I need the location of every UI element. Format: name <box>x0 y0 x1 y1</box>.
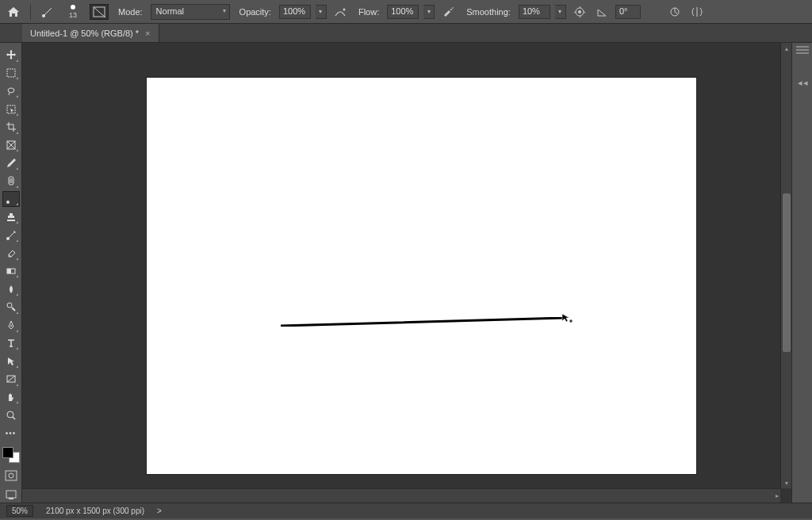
frame-tool[interactable] <box>2 137 20 154</box>
scroll-up-icon[interactable]: ▴ <box>781 43 791 54</box>
tab-close-icon[interactable]: × <box>145 29 150 38</box>
flow-input[interactable]: 100% <box>387 5 419 19</box>
clone-stamp-tool[interactable] <box>2 208 20 225</box>
svg-point-0 <box>42 14 45 17</box>
foreground-color-swatch[interactable] <box>2 447 13 458</box>
svg-point-3 <box>450 9 452 10</box>
path-selection-tool[interactable] <box>2 353 20 369</box>
brush-dot-icon <box>71 5 75 10</box>
brush-preset-size[interactable]: 13 <box>61 5 85 19</box>
history-brush-tool[interactable] <box>2 227 20 243</box>
svg-point-12 <box>6 201 10 204</box>
crop-tool[interactable] <box>2 119 20 136</box>
blur-tool[interactable] <box>2 281 20 297</box>
svg-point-17 <box>10 325 12 327</box>
svg-rect-22 <box>6 491 16 498</box>
mode-label: Mode: <box>118 7 143 17</box>
tab-title: Untitled-1 @ 50% (RGB/8) * <box>30 29 139 38</box>
collapsed-panels[interactable]: ◂◂ <box>791 43 812 503</box>
brush-panel-toggle[interactable] <box>90 4 109 20</box>
opacity-input[interactable]: 100% <box>279 5 311 19</box>
flow-dropdown[interactable]: ▾ <box>423 5 435 19</box>
svg-point-13 <box>6 237 10 240</box>
tools-panel: ••• <box>0 43 22 503</box>
smoothing-label: Smoothing: <box>466 7 511 17</box>
separator <box>30 4 31 20</box>
lasso-tool[interactable] <box>2 82 20 99</box>
doc-dimensions[interactable]: 2100 px x 1500 px (300 ppi) <box>46 507 144 515</box>
mode-value: Normal <box>156 6 184 16</box>
blend-mode-select[interactable]: Normal ▾ <box>151 4 230 20</box>
opacity-dropdown[interactable]: ▾ <box>316 5 327 19</box>
airbrush-icon[interactable] <box>439 3 457 21</box>
dodge-tool[interactable] <box>2 299 20 315</box>
opacity-label: Opacity: <box>239 7 271 17</box>
svg-rect-20 <box>6 471 17 480</box>
color-swatches[interactable] <box>2 447 20 464</box>
angle-value: 0° <box>619 6 628 16</box>
svg-rect-15 <box>7 269 11 273</box>
pen-tool[interactable] <box>2 317 20 334</box>
eraser-tool[interactable] <box>2 245 20 262</box>
svg-point-2 <box>343 8 345 10</box>
zoom-field[interactable]: 50% <box>6 505 33 517</box>
chevron-down-icon: ▾ <box>223 7 226 14</box>
zoom-value: 50% <box>12 507 28 515</box>
hand-tool[interactable] <box>2 389 20 406</box>
smoothing-dropdown[interactable]: ▾ <box>555 5 566 19</box>
svg-rect-23 <box>9 498 13 499</box>
svg-point-21 <box>9 473 13 478</box>
document-canvas[interactable] <box>147 78 696 474</box>
status-bar: 50% 2100 px x 1500 px (300 ppi) > <box>0 503 812 518</box>
tool-preset-picker[interactable] <box>39 3 56 21</box>
status-arrow-icon[interactable]: > <box>157 507 162 515</box>
zoom-tool[interactable] <box>2 407 20 423</box>
brush-tool[interactable] <box>2 191 20 208</box>
vertical-scrollbar[interactable]: ▴ ▾ <box>780 43 791 488</box>
svg-rect-8 <box>7 69 15 77</box>
document-tab-bar: Untitled-1 @ 50% (RGB/8) * × <box>0 24 812 43</box>
opacity-value: 100% <box>283 6 305 16</box>
opacity-pressure-icon[interactable] <box>331 3 349 21</box>
size-pressure-icon[interactable] <box>666 3 684 21</box>
canvas-area[interactable]: ▴ ▾ ▸ <box>22 43 791 503</box>
healing-brush-tool[interactable] <box>2 173 20 189</box>
flow-label: Flow: <box>358 7 379 17</box>
home-icon[interactable] <box>5 3 22 21</box>
svg-point-6 <box>578 10 581 13</box>
panel-expand-icon[interactable]: ◂◂ <box>798 78 809 88</box>
panel-grip-icon[interactable] <box>796 46 809 54</box>
svg-point-16 <box>7 303 12 308</box>
smoothing-options-icon[interactable] <box>571 3 588 21</box>
angle-icon[interactable] <box>593 3 611 21</box>
symmetry-icon[interactable] <box>688 3 706 21</box>
smoothing-value: 10% <box>523 6 540 16</box>
document-tab[interactable]: Untitled-1 @ 50% (RGB/8) * × <box>22 24 159 42</box>
horizontal-scrollbar[interactable]: ▸ <box>22 488 780 503</box>
move-tool[interactable] <box>2 47 20 63</box>
screen-mode-button[interactable] <box>2 488 20 503</box>
scroll-right-icon[interactable]: ▸ <box>776 492 779 499</box>
scroll-down-icon[interactable]: ▾ <box>781 477 791 488</box>
marquee-tool[interactable] <box>2 65 20 82</box>
smoothing-input[interactable]: 10% <box>519 5 550 19</box>
gradient-tool[interactable] <box>2 263 20 280</box>
svg-point-4 <box>452 7 454 9</box>
svg-point-19 <box>7 411 13 418</box>
options-bar: 13 Mode: Normal ▾ Opacity: 100% ▾ Flow: … <box>0 0 812 24</box>
scroll-thumb[interactable] <box>783 193 791 352</box>
edit-toolbar[interactable]: ••• <box>2 425 20 442</box>
brush-size-label: 13 <box>69 11 77 19</box>
eyedropper-tool[interactable] <box>2 155 20 171</box>
object-selection-tool[interactable] <box>2 101 20 117</box>
quick-mask-toggle[interactable] <box>2 468 20 483</box>
rectangle-tool[interactable] <box>2 371 20 388</box>
work-row: ••• ▴ ▾ ▸ ◂◂ <box>0 43 812 503</box>
type-tool[interactable] <box>2 335 20 352</box>
angle-input[interactable]: 0° <box>615 5 641 19</box>
flow-value: 100% <box>391 6 413 16</box>
